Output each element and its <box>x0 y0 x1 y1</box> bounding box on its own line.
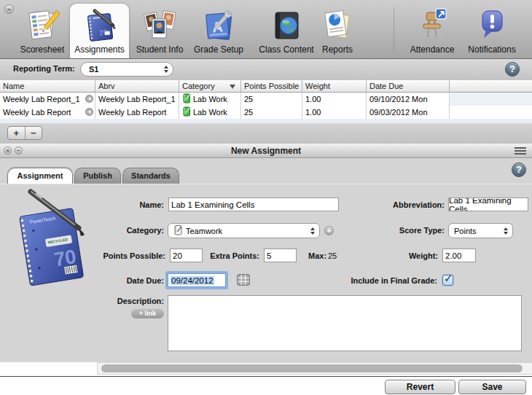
extra-points-input[interactable] <box>264 249 297 262</box>
toolbar-item-label: Class Content <box>255 44 318 55</box>
column-header-name[interactable]: Name <box>0 80 95 92</box>
column-header-category[interactable]: Category <box>179 80 241 92</box>
toolbar-separator <box>394 7 394 51</box>
tab-assignment[interactable]: Assignment <box>7 168 73 184</box>
toolbar-item-notifications[interactable]: Notifications <box>462 4 522 58</box>
toolbar-item-student-info[interactable]: Student Info <box>132 4 187 58</box>
footer-bar: Revert Save <box>0 377 532 395</box>
toolbar-item-scoresheet[interactable]: Scoresheet <box>15 4 70 58</box>
scoresheet-icon <box>25 8 60 43</box>
grade-setup-icon: A <box>201 8 236 43</box>
date-due-label: Date Due: <box>73 276 164 285</box>
calendar-icon[interactable] <box>237 274 250 289</box>
toolbar-item-grade-setup[interactable]: A Grade Setup <box>190 4 247 58</box>
add-category-button[interactable]: + <box>324 226 334 235</box>
category-notebook-icon <box>182 93 190 105</box>
name-input[interactable] <box>168 198 339 211</box>
notifications-icon <box>474 8 509 43</box>
column-header-weight[interactable]: Weight <box>302 80 367 92</box>
weight-input[interactable] <box>442 249 476 262</box>
toolbar-item-label: Reports <box>312 44 363 55</box>
panel-title: New Assignment <box>0 146 532 156</box>
checkmark-icon: ✓ <box>444 272 453 285</box>
new-assignment-panel: ? Assignment Publish Standards <box>0 158 532 362</box>
category-dropdown[interactable]: Teamwork <box>168 223 320 238</box>
category-notebook-icon <box>182 106 190 118</box>
sort-descending-icon <box>230 85 235 89</box>
go-arrow-icon[interactable] <box>85 95 93 104</box>
stepper-arrows-icon <box>164 66 168 73</box>
abbreviation-label: Abbreviation: <box>350 200 445 209</box>
toolbar-item-reports[interactable]: Reports <box>312 4 363 58</box>
row-points-possible: 25 <box>244 95 253 103</box>
category-label: Category: <box>73 226 164 235</box>
score-type-label: Score Type: <box>350 226 445 235</box>
description-textarea[interactable] <box>168 295 522 351</box>
horizontal-scrollbar-thumb[interactable] <box>101 364 523 372</box>
max-value: 25 <box>328 251 337 260</box>
toolbar-item-class-content[interactable]: Class Content <box>255 4 318 58</box>
reports-icon <box>320 8 355 43</box>
add-link-label: + link <box>139 310 156 317</box>
row-points-possible: 25 <box>244 108 253 117</box>
stepper-arrows-icon <box>504 227 508 235</box>
weight-label: Weight: <box>357 251 438 260</box>
row-filler <box>450 106 532 119</box>
toolbar-collapse-button[interactable] <box>4 4 14 14</box>
tab-publish[interactable]: Publish <box>74 168 121 184</box>
horizontal-scrollbar-strip <box>0 362 532 376</box>
toolbar-item-attendance[interactable]: Attendance <box>402 4 462 58</box>
help-button-panel[interactable]: ? <box>512 163 526 177</box>
row-date-due: 09/10/2012 Mon <box>369 95 428 103</box>
horizontal-scrollbar-track[interactable] <box>97 362 532 375</box>
assignments-table-header: Name Abrv Category Points Possible Weigh… <box>0 80 532 93</box>
column-header-filler <box>450 80 532 92</box>
tab-standards[interactable]: Standards <box>122 168 179 184</box>
column-header-abrv[interactable]: Abrv <box>95 80 179 92</box>
reporting-term-label: Reporting Term: <box>13 64 75 73</box>
row-name: Weekly Lab Report <box>3 108 71 117</box>
assignments-icon: 70 <box>82 8 117 43</box>
abbreviation-input[interactable]: Lab 1 Examining Cells <box>448 198 528 211</box>
add-assignment-button[interactable]: + <box>8 127 26 139</box>
score-type-dropdown[interactable]: Points <box>448 223 513 238</box>
points-possible-input[interactable] <box>170 249 203 262</box>
toolbar-item-label: Assignments <box>70 44 129 55</box>
row-weight: 1.00 <box>305 95 321 103</box>
save-button[interactable]: Save <box>458 380 526 394</box>
question-mark-icon: ? <box>516 164 522 175</box>
add-link-button[interactable]: + link <box>131 309 164 318</box>
row-category: Lab Work <box>193 108 227 117</box>
panel-menu-button[interactable] <box>515 147 526 155</box>
revert-button[interactable]: Revert <box>385 380 455 394</box>
help-button-top[interactable]: ? <box>505 62 520 77</box>
name-label: Name: <box>73 200 164 209</box>
row-abrv: Weekly Lab Report <box>98 108 166 117</box>
toolbar-item-label: Scoresheet <box>15 44 70 55</box>
go-arrow-icon[interactable] <box>85 108 93 117</box>
max-label: Max: <box>308 251 330 260</box>
attendance-icon <box>415 8 450 43</box>
points-possible-label: Points Possible: <box>71 251 165 260</box>
reporting-term-bar: Reporting Term: S1 ? <box>0 59 532 81</box>
row-abrv: Weekly Lab Report_1 <box>98 95 176 103</box>
score-type-value: Points <box>454 227 477 235</box>
column-header-points-possible[interactable]: Points Possible <box>241 80 302 92</box>
include-final-grade-checkbox[interactable]: ✓ <box>442 275 453 286</box>
table-row[interactable]: Weekly Lab Report Weekly Lab Report Lab … <box>0 106 532 119</box>
notebook-illustration: PowerTeach RECYCLED 70 <box>7 183 92 291</box>
panel-titlebar[interactable]: × − New Assignment <box>0 144 532 158</box>
column-header-date-due[interactable]: Date Due <box>367 80 450 92</box>
class-content-icon <box>269 8 304 43</box>
toolbar-item-label: Notifications <box>462 44 522 55</box>
row-filler <box>450 93 532 106</box>
table-row[interactable]: Weekly Lab Report_1 Weekly Lab Report_1 … <box>0 93 532 106</box>
extra-points-label: Extra Points: <box>208 251 259 260</box>
question-mark-icon: ? <box>509 63 515 74</box>
row-weight: 1.00 <box>305 108 321 117</box>
remove-assignment-button[interactable]: − <box>26 127 42 139</box>
reporting-term-dropdown[interactable]: S1 <box>80 62 173 77</box>
table-empty-stripe <box>0 119 532 124</box>
date-due-input[interactable]: 09/24/2012 <box>168 273 226 287</box>
toolbar-item-assignments[interactable]: 70 Assignments <box>70 4 129 58</box>
